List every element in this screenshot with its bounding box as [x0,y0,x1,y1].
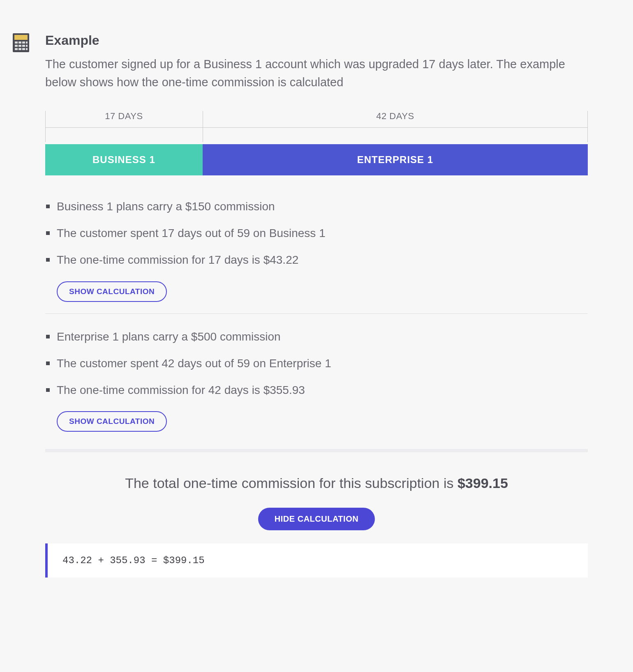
list-item: The one-time commission for 17 days is $… [45,252,588,268]
list-item: Business 1 plans carry a $150 commission [45,198,588,214]
svg-rect-9 [26,45,28,47]
svg-rect-6 [15,45,18,47]
svg-rect-10 [15,48,18,50]
svg-rect-2 [15,41,18,44]
calculation-box: 43.22 + 355.93 = $399.15 [45,543,588,578]
svg-rect-4 [22,41,25,44]
calculator-icon [12,33,30,54]
divider [45,313,588,314]
example-lead: The customer signed up for a Business 1 … [45,55,588,91]
list-item: The customer spent 42 days out of 59 on … [45,355,588,371]
svg-rect-8 [22,45,25,47]
svg-rect-13 [26,48,28,50]
svg-rect-3 [18,41,21,44]
plan-enterprise-1: ENTERPRISE 1 [203,144,588,175]
timeline-label-2: 42 DAYS [203,111,588,127]
timeline-segment-1: 17 DAYS [45,111,203,128]
enterprise-bullets: Enterprise 1 plans carry a $500 commissi… [45,329,588,398]
svg-rect-7 [18,45,21,47]
svg-rect-12 [22,48,25,50]
section-divider [45,449,588,452]
plan-business-1: BUSINESS 1 [45,144,203,175]
hide-calculation-button[interactable]: HIDE CALCULATION [258,508,375,530]
plan-bar: BUSINESS 1 ENTERPRISE 1 [45,144,588,175]
total-commission-line: The total one-time commission for this s… [45,475,588,491]
business-bullets: Business 1 plans carry a $150 commission… [45,198,588,268]
example-section: Example The customer signed up for a Bus… [12,16,621,594]
show-calculation-business-button[interactable]: SHOW CALCULATION [57,281,167,302]
example-heading: Example [45,33,588,48]
list-item: The one-time commission for 42 days is $… [45,382,588,398]
timeline: 17 DAYS 42 DAYS [45,111,588,128]
list-item: The customer spent 17 days out of 59 on … [45,225,588,241]
svg-rect-5 [26,41,28,44]
timeline-label-1: 17 DAYS [45,111,203,127]
timeline-segment-2: 42 DAYS [203,111,588,128]
total-prefix: The total one-time commission for this s… [125,475,457,491]
svg-rect-1 [14,35,28,40]
svg-rect-11 [18,48,21,50]
list-item: Enterprise 1 plans carry a $500 commissi… [45,329,588,345]
total-amount: $399.15 [457,475,508,491]
show-calculation-enterprise-button[interactable]: SHOW CALCULATION [57,411,167,432]
